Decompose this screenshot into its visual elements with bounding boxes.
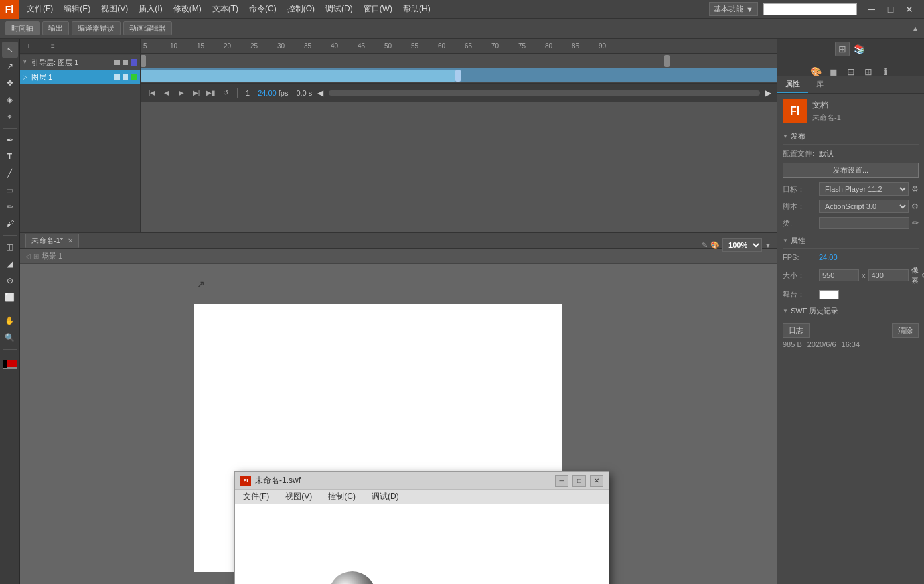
script-settings-icon[interactable]: ⚙ [911,202,919,211]
eraser-tool[interactable]: ⬜ [2,289,18,305]
target-settings-icon[interactable]: ⚙ [911,184,919,194]
height-input[interactable] [868,269,909,281]
tool-divider-1 [3,128,17,129]
menu-command[interactable]: 命令(C) [244,1,282,17]
rectangle-tool[interactable]: ▭ [2,182,18,198]
publish-arrow: ▼ [783,133,788,139]
gradient-tool[interactable]: ◈ [2,92,18,108]
width-input[interactable] [819,269,859,281]
pen-tool[interactable]: ✒ [2,132,18,148]
swf-minimize-btn[interactable]: ─ [555,475,568,487]
layer-row-guide[interactable]: ⊻ 引导层: 图层 1 [20,55,140,70]
clear-button[interactable]: 清除 [892,323,919,338]
toolbar-row: 时间轴 输出 编译器错误 动画编辑器 ▲ [0,19,924,39]
guide-icon: ⊻ [23,59,27,66]
subselection-tool[interactable]: ↗ [2,58,18,74]
close-tab-icon[interactable]: ✕ [68,237,73,244]
props-tab-properties[interactable]: 属性 [777,76,808,93]
class-input[interactable] [819,217,909,229]
library-icon-btn[interactable]: 📚 [852,42,867,56]
inkbottle-tool[interactable]: ◫ [2,239,18,255]
layer-options-icon[interactable]: ≡ [48,42,58,51]
menu-help[interactable]: 帮助(H) [398,1,436,17]
brush-tool[interactable]: 🖌 [2,216,18,232]
pencil-tool[interactable]: ✏ [2,199,18,215]
zoom-selector[interactable]: 100% 50% 200% [722,238,762,252]
tab-animation-editor[interactable]: 动画编辑器 [123,21,172,35]
menu-text[interactable]: 文本(T) [207,1,244,17]
target-select[interactable]: Flash Player 11.2 [819,182,909,196]
properties-icon-btn[interactable]: ⊞ [835,42,850,56]
swf-menu-file[interactable]: 文件(F) [240,490,272,504]
tool-divider-3 [3,309,17,309]
add-layer-icon[interactable]: + [24,42,33,51]
swf-menu-view[interactable]: 视图(V) [283,490,315,504]
swf-menu-control[interactable]: 控制(C) [325,490,358,504]
tab-compiler-errors[interactable]: 编译器错误 [72,21,121,35]
menu-control[interactable]: 控制(O) [282,1,320,17]
workspace-selector[interactable]: 基本功能 ▼ [709,2,758,16]
publish-settings-btn[interactable]: 发布设置... [783,163,919,178]
tool-divider-2 [3,235,17,236]
tab-timeline[interactable]: 时间轴 [5,21,40,35]
swf-preview-window[interactable]: Fl 未命名-1.swf ─ □ ✕ 文件(F) 视图(V) 控制(C) 调试(… [234,471,609,584]
swf-close-btn[interactable]: ✕ [590,475,603,487]
transform-tool[interactable]: ✥ [2,75,18,91]
timeline-scroll-right[interactable]: ▶ [765,88,771,98]
timeline-scrollbar[interactable] [329,90,760,96]
menu-file[interactable]: 文件(F) [21,1,58,17]
zoom-dropdown-icon[interactable]: ▼ [765,242,771,249]
size-label: 大小： [783,271,816,281]
lasso-tool[interactable]: ⌖ [2,108,18,125]
close-button[interactable]: ✕ [900,0,919,19]
log-button[interactable]: 日志 [783,323,810,338]
step-back-btn[interactable]: ◀ [161,87,173,99]
maximize-button[interactable]: □ [881,0,900,19]
stage-edit-icon[interactable]: ✎ [702,241,708,250]
stage-tab-main[interactable]: 未命名-1* ✕ [25,234,79,248]
guide-layer-name: 引导层: 图层 1 [31,58,112,68]
line-tool[interactable]: ╱ [2,165,18,181]
frame-numbers: 5 10 15 20 25 30 35 40 45 50 55 60 [141,42,625,50]
swf-menu-debug[interactable]: 调试(D) [369,490,402,504]
fill-color[interactable] [7,360,17,368]
publish-section-header[interactable]: ▼ 发布 [783,129,919,145]
frame-35: 35 [304,42,331,50]
profile-value: 默认 [819,149,834,159]
stage-color-box[interactable] [819,290,839,299]
delete-layer-icon[interactable]: − [36,42,46,51]
swf-history-section-header[interactable]: ▼ SWF 历史记录 [783,303,919,319]
menu-debug[interactable]: 调试(D) [320,1,358,17]
properties-section-header[interactable]: ▼ 属性 [783,233,919,249]
script-select[interactable]: ActionScript 3.0 [819,200,909,213]
hand-tool[interactable]: ✋ [2,313,18,329]
menu-window[interactable]: 窗口(W) [358,1,398,17]
zoom-tool[interactable]: 🔍 [2,330,18,346]
search-input[interactable] [763,3,857,15]
size-settings-icon[interactable]: ⚙ [921,271,925,280]
toolbar-collapse[interactable]: ▲ [912,25,919,32]
menu-insert[interactable]: 插入(I) [133,1,167,17]
swf-titlebar: Fl 未命名-1.swf ─ □ ✕ [235,472,609,490]
go-to-start-btn[interactable]: |◀ [146,87,158,99]
text-tool[interactable]: T [2,149,18,165]
step-forward-btn[interactable]: ▶| [190,87,202,99]
layer-lock-1 [123,74,128,80]
menu-edit[interactable]: 编辑(E) [58,1,96,17]
minimize-button[interactable]: ─ [862,0,881,19]
paintbucket-tool[interactable]: ◢ [2,256,18,272]
stage-color-icon[interactable]: 🎨 [710,241,720,250]
menu-view[interactable]: 视图(V) [96,1,133,17]
swf-maximize-btn[interactable]: □ [572,475,586,487]
class-edit-icon[interactable]: ✏ [912,218,919,228]
layer-row-1[interactable]: ▷ 图层 1 [20,70,140,84]
timeline-scroll-left[interactable]: ◀ [317,88,323,98]
tab-output[interactable]: 输出 [42,21,69,35]
loop-btn[interactable]: ↺ [220,87,232,99]
menu-modify[interactable]: 修改(M) [168,1,207,17]
selection-tool[interactable]: ↖ [2,42,18,58]
go-to-end-btn[interactable]: ▶▮ [205,87,217,99]
play-btn[interactable]: ▶ [175,87,187,99]
props-tab-library[interactable]: 库 [808,76,832,93]
eyedropper-tool[interactable]: ⊙ [2,273,18,289]
